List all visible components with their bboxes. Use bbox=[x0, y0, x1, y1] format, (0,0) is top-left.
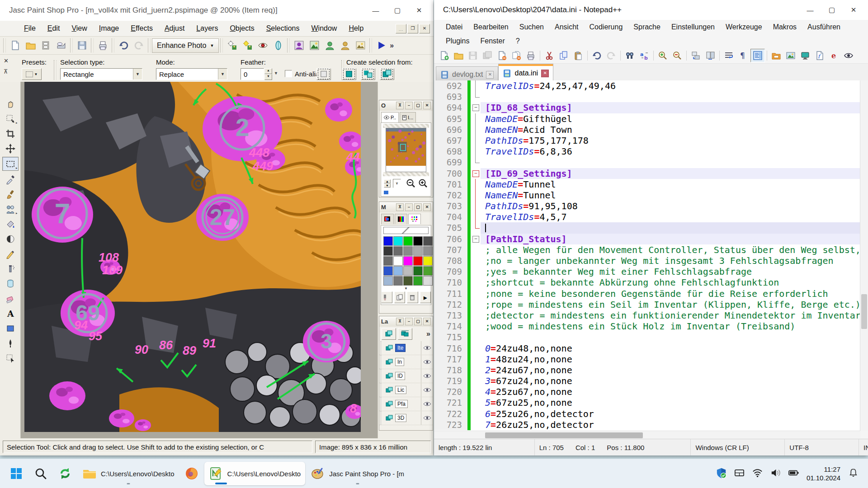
layer-visibility-icon[interactable] bbox=[423, 415, 431, 421]
save-button[interactable] bbox=[466, 49, 480, 62]
paintbrush-tool[interactable] bbox=[3, 188, 18, 201]
tray-tablet-icon[interactable] bbox=[734, 467, 745, 480]
layer-visibility-icon[interactable] bbox=[423, 359, 431, 365]
layer-visibility-icon[interactable] bbox=[423, 373, 431, 379]
npp-menu-plugins[interactable]: Plugins bbox=[440, 35, 475, 47]
tab-close-icon[interactable]: ✕ bbox=[541, 70, 549, 77]
fold-margin[interactable]: − bbox=[471, 234, 481, 244]
layer-visibility-icon[interactable] bbox=[423, 387, 431, 393]
editor-line-708[interactable]: 708;no = langer unbekannter Weg mit insg… bbox=[434, 255, 868, 266]
psp-canvas-image[interactable]: 2727693448449441081099495908689918 bbox=[24, 82, 361, 432]
swatch-delete-icon[interactable] bbox=[407, 291, 418, 303]
options-pin-icon[interactable]: ⊼ bbox=[4, 68, 8, 75]
selection-type-dropdown[interactable]: Rectangle▼ bbox=[60, 68, 142, 80]
editor-line-723[interactable]: 7237=26zu25,no,detector bbox=[434, 419, 868, 430]
editor-line-696[interactable]: 696NameEN=Acid Town bbox=[434, 124, 868, 135]
fold-margin[interactable] bbox=[471, 255, 481, 266]
editor-line-716[interactable]: 7160=24zu48,no,none bbox=[434, 343, 868, 354]
psp-menu-view[interactable]: View bbox=[66, 22, 93, 35]
color-swatch[interactable] bbox=[393, 236, 403, 246]
fold-margin[interactable] bbox=[471, 321, 481, 332]
color-swatch[interactable] bbox=[393, 256, 403, 266]
fold-margin[interactable] bbox=[471, 266, 481, 277]
color-swatch[interactable] bbox=[383, 236, 393, 246]
color-swatch[interactable] bbox=[423, 276, 433, 286]
color-swatch[interactable] bbox=[403, 236, 413, 246]
picture-button[interactable] bbox=[353, 38, 368, 53]
tray-wifi-icon[interactable] bbox=[752, 467, 763, 480]
object-select-tool[interactable] bbox=[3, 352, 18, 365]
psp-close-button[interactable]: ✕ bbox=[409, 3, 429, 18]
materials-pin-icon[interactable]: ⊼ bbox=[396, 203, 404, 211]
fold-margin[interactable] bbox=[471, 113, 481, 124]
zoom-in-icon[interactable] bbox=[418, 178, 428, 188]
redo-button[interactable] bbox=[131, 38, 146, 53]
paste-button[interactable] bbox=[571, 49, 585, 62]
editor-line-703[interactable]: 703PathIDs=91,95,108 bbox=[434, 201, 868, 211]
tray-volume-icon[interactable] bbox=[770, 467, 781, 480]
fold-margin[interactable] bbox=[471, 157, 481, 168]
deform-tool[interactable]: ▸ bbox=[3, 112, 18, 125]
fold-margin[interactable] bbox=[471, 146, 481, 157]
replace-button[interactable]: ab bbox=[637, 49, 651, 62]
fold-margin[interactable] bbox=[471, 80, 481, 91]
overview-minimize-icon[interactable]: – bbox=[405, 102, 413, 109]
save-button[interactable] bbox=[74, 38, 90, 53]
fold-margin[interactable] bbox=[471, 375, 481, 386]
editor-line-714[interactable]: 714;wood = mindestens ein Stück Holz im … bbox=[434, 321, 868, 332]
layer-row-3d[interactable]: 3D bbox=[379, 411, 433, 425]
fold-margin[interactable] bbox=[471, 332, 481, 343]
open-file-button[interactable] bbox=[451, 49, 466, 62]
text-tool[interactable]: A bbox=[3, 307, 18, 320]
npp-vertical-scrollbar[interactable] bbox=[860, 80, 868, 431]
e-macro-button[interactable]: e bbox=[827, 49, 841, 62]
create-from-mask-icon[interactable] bbox=[342, 68, 356, 80]
materials-tab-frame[interactable] bbox=[381, 214, 394, 224]
npp-maximize-button[interactable]: ▢ bbox=[822, 2, 842, 18]
zoom-out-button[interactable] bbox=[670, 49, 684, 62]
fold-margin[interactable] bbox=[471, 135, 481, 146]
npp-menu-help[interactable]: ? bbox=[510, 35, 525, 47]
layers-pin-icon[interactable]: ⊼ bbox=[396, 318, 404, 325]
editor-line-719[interactable]: 7193=67zu24,no,none bbox=[434, 375, 868, 386]
feather-stepper[interactable]: ▲ ▼ bbox=[264, 68, 272, 80]
layer-row-pfa[interactable]: Pfa bbox=[379, 397, 433, 411]
overview-close-icon[interactable]: ✕ bbox=[423, 102, 431, 109]
eraser-tool[interactable] bbox=[3, 292, 18, 305]
npp-editor[interactable]: 692TravelIDs=24,25,47,49,46693694−[ID_68… bbox=[434, 80, 868, 431]
color-swatch[interactable] bbox=[423, 236, 433, 246]
feather-slider-icon[interactable]: ▼ bbox=[274, 71, 278, 83]
create-from-layer-icon[interactable] bbox=[380, 68, 394, 80]
editor-line-697[interactable]: 697PathIDs=175,177,178 bbox=[434, 135, 868, 146]
selection-tool[interactable]: ▸ bbox=[2, 157, 19, 171]
editor-line-692[interactable]: 692TravelIDs=24,25,47,49,46 bbox=[434, 80, 868, 91]
editor-line-709[interactable]: 709;yes = bekannter Weg mit einer Fehlsc… bbox=[434, 266, 868, 277]
npp-menu-ansicht[interactable]: Ansicht bbox=[549, 21, 584, 33]
selection-grid-icon[interactable] bbox=[316, 68, 331, 80]
color-swatch[interactable] bbox=[383, 246, 393, 256]
swatch-menu-arrow-icon[interactable]: ▸ bbox=[420, 291, 431, 303]
function-list-button[interactable]: f bbox=[812, 49, 827, 62]
copy-button[interactable] bbox=[557, 49, 571, 62]
swatch-current[interactable] bbox=[383, 227, 429, 234]
layers-close-icon[interactable]: ✕ bbox=[423, 318, 431, 325]
redo-button[interactable] bbox=[604, 49, 618, 62]
auto-enhance-button[interactable] bbox=[240, 38, 255, 53]
taskbar-firefox-button[interactable] bbox=[180, 462, 203, 485]
green-person-button[interactable] bbox=[322, 38, 337, 53]
layer-visibility-icon[interactable] bbox=[423, 401, 431, 407]
psp-toolbar-overflow-icon[interactable]: » bbox=[390, 42, 394, 50]
psp-menu-window[interactable]: Window bbox=[305, 22, 343, 35]
color-swatch[interactable] bbox=[393, 266, 403, 276]
npp-menu-ausfhren[interactable]: Ausführen bbox=[802, 21, 846, 33]
word-wrap-button[interactable] bbox=[722, 49, 736, 62]
npp-menu-sprache[interactable]: Sprache bbox=[628, 21, 666, 33]
fold-margin[interactable] bbox=[471, 419, 481, 430]
gold-person-button[interactable] bbox=[337, 38, 353, 53]
layers-minimize-icon[interactable]: – bbox=[405, 318, 413, 325]
editor-line-700[interactable]: 700−[ID_69_Settings] bbox=[434, 168, 868, 179]
color-swatch[interactable] bbox=[423, 256, 433, 266]
eye-button[interactable] bbox=[841, 49, 856, 62]
move-tool[interactable] bbox=[3, 142, 18, 155]
psp-menu-adjust[interactable]: Adjust bbox=[159, 22, 190, 35]
